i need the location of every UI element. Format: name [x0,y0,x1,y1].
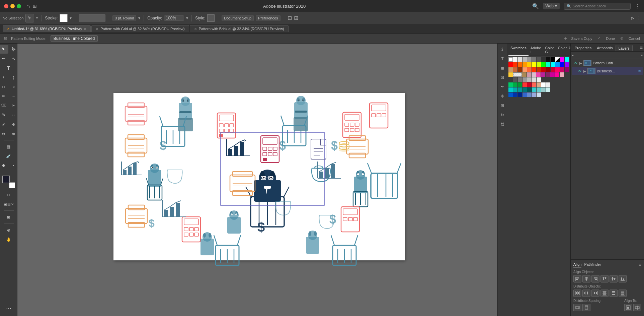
shear-tool[interactable]: ⊘ [9,120,18,129]
transform-info-btn[interactable]: ⊡ [499,74,506,81]
align-to-btn-1[interactable] [624,304,632,311]
align-bottom-btn[interactable] [619,275,627,282]
swatch-cell[interactable] [518,62,522,67]
tab-close-2[interactable]: ✕ [194,27,197,31]
layer-visibility-eye[interactable]: 👁 [638,69,641,73]
pattern-name-display[interactable]: Business Time Colored [51,35,98,42]
save-copy-button[interactable]: Save a Copy [571,37,592,41]
swatch-cell[interactable] [532,77,536,82]
swatch-cell[interactable] [560,72,564,77]
foreground-color[interactable] [2,176,10,183]
layer-vis-1[interactable]: 👁 [573,61,578,65]
swatch-cell[interactable] [522,57,527,62]
swatch-cell[interactable] [518,77,522,82]
info-btn[interactable]: ℹ [499,46,506,53]
web-button[interactable]: Web ▾ [543,3,560,9]
swatch-cell[interactable] [537,77,541,82]
dist-right-btn[interactable] [591,290,599,297]
swatch-cell[interactable] [532,72,536,77]
close-button[interactable] [4,4,8,8]
swatch-cell[interactable] [546,62,550,67]
layer-vis-2[interactable]: 👁 [577,69,582,73]
swatch-cell[interactable] [522,87,527,92]
scale-tool[interactable]: ⤢ [0,120,8,129]
swatch-cell[interactable] [560,67,564,72]
swatch-cell[interactable] [537,82,541,87]
swatch-cell[interactable] [541,57,546,62]
line-tool[interactable]: / [0,73,8,82]
right-panel-menu[interactable]: ≡ [640,45,643,51]
swatch-cell[interactable] [532,92,536,97]
swatch-cell[interactable] [565,62,569,67]
color-tab[interactable]: Color [556,45,569,56]
swatch-cell[interactable] [541,82,546,87]
swatch-cell[interactable] [551,62,555,67]
tab-brick[interactable]: ✕ Pattern with Brick.ai @ 32.34% (RGB/GP… [190,25,289,32]
arc-tool[interactable]: ) [9,73,18,82]
dist-center-v-btn[interactable] [610,290,618,297]
pencil-tool[interactable]: ✏ [0,92,8,101]
adobe-i-tab[interactable]: Adobe I [529,45,543,56]
document-setup-button[interactable]: Document Setup [222,15,254,21]
sync-info-btn[interactable]: ↻ [499,111,506,119]
swatch-cell[interactable] [508,82,513,87]
swatch-cell[interactable] [513,57,517,62]
swatch-cell[interactable] [546,67,550,72]
layer-expand-1[interactable]: ▶ [579,61,582,65]
swatch-cell[interactable] [541,87,546,92]
swatch-white[interactable] [508,57,513,62]
swatch-cell[interactable] [527,72,531,77]
rotate-tool[interactable]: ↻ [0,111,8,119]
swatch-cell[interactable] [550,72,555,77]
swatch-cell[interactable] [508,72,513,77]
layers-options[interactable]: ≡ [641,54,643,57]
swatch-cell[interactable] [537,67,541,72]
pen-tool[interactable]: ✒ [0,54,8,63]
done-button[interactable]: Done [606,37,615,41]
swatch-cell[interactable] [518,87,522,92]
swatch-cell[interactable] [546,87,550,92]
swatch-cell[interactable] [532,62,536,67]
swatch-black[interactable] [551,57,555,62]
swatch-none[interactable] [555,57,560,62]
toolbar-overflow-icon[interactable]: ⋮ [637,15,641,21]
swatch-cell[interactable] [551,67,555,72]
align-menu-icon[interactable]: ≡ [639,262,641,267]
swatch-cell[interactable] [537,87,541,92]
tab-artboards[interactable]: Artboards [594,45,616,51]
swatch-cell[interactable] [527,87,532,92]
dist-bottom-btn[interactable] [619,290,627,297]
swatch-cell[interactable] [537,57,541,62]
align-center-h-btn[interactable] [582,275,590,282]
swatch-cell[interactable] [513,62,517,67]
zoom-tool[interactable]: ⊕ [4,226,13,235]
swatch-cell[interactable] [522,72,527,77]
swatch-cell[interactable] [560,62,564,67]
swatch-cell[interactable] [508,77,513,82]
swatch-cell[interactable] [527,57,532,62]
swatch-cell[interactable] [513,87,517,92]
layer-expand-2[interactable]: ▶ [583,69,586,73]
smooth-tool[interactable]: ~ [9,92,18,101]
rectangle-tool[interactable]: □ [0,82,8,91]
dist-top-btn[interactable] [600,290,609,297]
swatch-cell[interactable] [513,67,517,72]
swatch-cell[interactable] [565,57,569,62]
tab-untitled[interactable]: ✕ Untitled-1* @ 31.69% (RGB/GPU Preview)… [3,25,91,32]
reflect-tool[interactable]: ↔ [9,111,18,119]
more-tools-btn[interactable]: ⋯ [4,304,13,313]
swatch-cell[interactable] [508,67,513,72]
tab-grid[interactable]: ✕ Pattern with Grid.ai @ 32.84% (RGB/GPU… [91,25,189,32]
align-top-btn[interactable] [600,275,609,282]
color-mode-btn[interactable]: □ [4,190,13,199]
minimize-button[interactable] [10,4,15,8]
swatch-cell[interactable] [555,67,560,72]
swatch-cell[interactable] [527,82,532,87]
style-box[interactable] [207,14,215,22]
direct-selection-tool[interactable] [9,45,18,54]
swatch-cell[interactable] [555,72,559,77]
brush-info-btn[interactable]: ✒ [499,83,506,90]
swatch-cell[interactable] [546,82,550,87]
column-tool[interactable]: ▪ [9,161,18,170]
cancel-button[interactable]: Cancel [629,37,640,41]
